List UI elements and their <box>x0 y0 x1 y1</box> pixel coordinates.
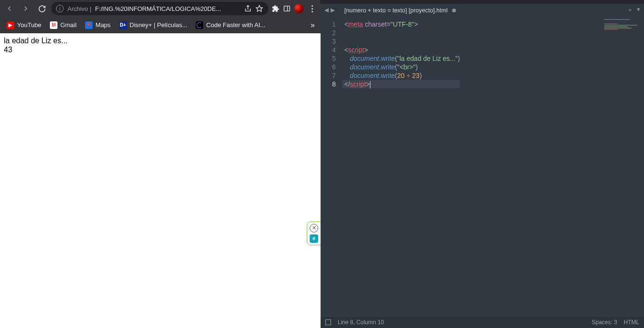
back-button[interactable] <box>3 2 16 15</box>
new-tab-icon[interactable]: ＋ <box>627 6 633 14</box>
syntax-mode[interactable]: HTML <box>624 319 639 326</box>
page-text-line2: 43 <box>4 45 317 54</box>
site-info-icon[interactable]: i <box>56 5 64 12</box>
page-text-line1: la edad de Liz es... <box>4 36 317 45</box>
editor-menubar-strip <box>321 0 644 4</box>
favicon-icon: M <box>50 21 57 29</box>
widget-logo-icon[interactable]: e <box>310 234 318 243</box>
bookmark-label: Maps <box>95 21 111 29</box>
favicon-icon <box>85 21 93 29</box>
browser-toolbar: i Archivo | F:/ING.%20INFORMÁTICA/LOGICA… <box>0 0 321 17</box>
tab-dropdown-icon[interactable]: ▾ <box>637 6 640 14</box>
bookmark-label: YouTube <box>17 21 41 29</box>
editor-pane: ◀ ▶ [numero + texto = texto] [proyecto].… <box>321 0 644 328</box>
line-gutter: 12345678 <box>321 16 341 317</box>
tab-nav-back-icon[interactable]: ◀ <box>324 7 329 13</box>
editor-tab[interactable]: [numero + texto = texto] [proyecto].html <box>339 4 462 16</box>
extensions-icon[interactable] <box>271 4 280 13</box>
bookmark-item[interactable]: Maps <box>81 19 114 31</box>
favicon-icon <box>196 21 203 29</box>
profile-avatar[interactable] <box>294 4 303 13</box>
url-scheme: Archivo | <box>67 5 91 12</box>
editor-statusbar: Line 8, Column 10 Spaces: 3 HTML <box>321 317 644 328</box>
cursor-position[interactable]: Line 8, Column 10 <box>338 319 384 326</box>
bookmark-item[interactable]: ▶YouTube <box>3 19 45 31</box>
minimap[interactable] <box>604 19 642 33</box>
bookmark-label: Code Faster with AI... <box>206 21 265 29</box>
indent-setting[interactable]: Spaces: 3 <box>592 319 617 326</box>
bookmark-label: Gmail <box>60 21 76 29</box>
bookmark-item[interactable]: Code Faster with AI... <box>192 19 269 31</box>
svg-marker-1 <box>256 5 262 11</box>
browser-pane: i Archivo | F:/ING.%20INFORMÁTICA/LOGICA… <box>0 0 321 328</box>
share-icon[interactable] <box>244 4 252 13</box>
widget-close-icon[interactable]: ✕ <box>310 224 318 232</box>
bookmark-star-icon[interactable] <box>255 4 264 13</box>
extension-widget[interactable]: ✕ e <box>307 222 321 245</box>
unsaved-dot-icon <box>452 9 456 12</box>
code-area[interactable]: <meta charset="UTF-8"><script> document.… <box>341 16 460 317</box>
editor-tab-title: [numero + texto = texto] [proyecto].html <box>344 7 447 14</box>
favicon-icon: ▶ <box>7 21 14 29</box>
bookmark-item[interactable]: MGmail <box>46 19 80 31</box>
url-text: F:/ING.%20INFORMÁTICA/LOGICA%20DE... <box>95 5 237 12</box>
sidepanel-icon[interactable] <box>283 4 291 13</box>
panel-toggle-icon[interactable] <box>325 319 331 325</box>
tab-nav-forward-icon[interactable]: ▶ <box>331 7 335 13</box>
address-bar[interactable]: i Archivo | F:/ING.%20INFORMÁTICA/LOGICA… <box>51 2 268 15</box>
bookmark-label: Disney+ | Películas... <box>130 21 188 29</box>
svg-rect-2 <box>284 6 290 11</box>
bookmark-item[interactable]: D+Disney+ | Películas... <box>115 19 191 31</box>
bookmarks-overflow-icon[interactable]: » <box>308 19 318 31</box>
editor-tabbar: ◀ ▶ [numero + texto = texto] [proyecto].… <box>321 4 644 16</box>
reload-button[interactable] <box>35 2 48 15</box>
bookmarks-bar: ▶YouTubeMGmailMapsD+Disney+ | Películas.… <box>0 17 321 33</box>
page-content: la edad de Liz es... 43 ✕ e <box>0 33 321 328</box>
forward-button[interactable] <box>19 2 32 15</box>
editor-body[interactable]: 12345678 <meta charset="UTF-8"><script> … <box>321 16 644 317</box>
chrome-menu-icon[interactable] <box>306 5 318 12</box>
favicon-icon: D+ <box>119 21 127 29</box>
